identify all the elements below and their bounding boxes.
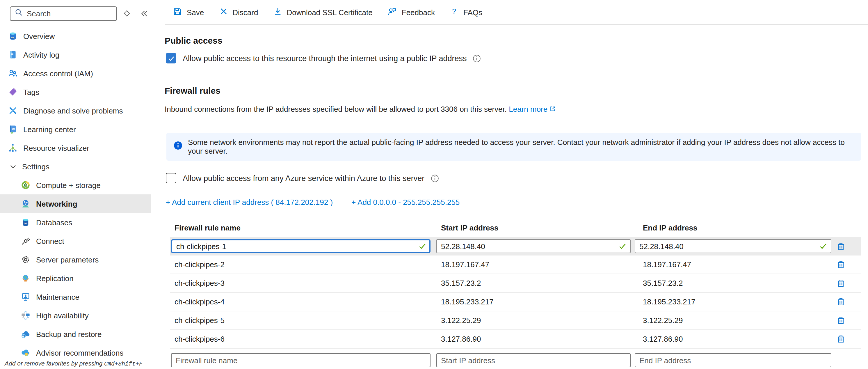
start-ip-input[interactable] xyxy=(436,239,631,253)
diamond-pin-icon[interactable] xyxy=(120,6,134,20)
search-icon xyxy=(14,8,23,19)
new-rule-row xyxy=(170,353,861,368)
sidebar-item-backup-restore[interactable]: Backup and restore xyxy=(0,325,151,343)
azure-services-checkbox-label: Allow public access from any Azure servi… xyxy=(183,174,425,182)
sidebar-item-label: Activity log xyxy=(23,50,59,59)
delete-rule-button[interactable] xyxy=(835,259,846,270)
sidebar-item-access-control[interactable]: Access control (IAM) xyxy=(0,64,151,83)
sidebar-group-settings[interactable]: Settings xyxy=(0,157,151,176)
sidebar-item-replication[interactable]: Replication xyxy=(0,269,151,287)
sidebar-item-label: Replication xyxy=(36,274,73,283)
svg-text:DB: DB xyxy=(24,222,27,225)
sidebar-item-label: Connect xyxy=(36,237,64,245)
save-icon xyxy=(173,7,182,18)
table-row-editing xyxy=(170,237,861,255)
question-mark-icon: ? xyxy=(450,7,459,18)
start-ip-cell: 18.195.233.217 xyxy=(432,298,632,306)
resource-menu: My Overview Activity log Access control … xyxy=(0,27,165,362)
svg-text:$: $ xyxy=(25,184,27,187)
sidebar-item-connect[interactable]: Connect xyxy=(0,232,151,250)
backup-restore-icon xyxy=(21,330,30,339)
collapse-sidebar-icon[interactable] xyxy=(137,6,151,20)
end-ip-cell: 35.157.23.2 xyxy=(632,279,833,287)
table-row: ch-clickpipes-3 35.157.23.2 35.157.23.2 xyxy=(170,274,861,293)
sidebar-search-bar xyxy=(0,0,165,27)
discard-button[interactable]: Discard xyxy=(212,0,266,25)
rule-name-input[interactable] xyxy=(171,239,431,253)
feedback-button[interactable]: Feedback xyxy=(380,0,442,25)
add-ip-links: + Add current client IP address ( 84.172… xyxy=(166,198,868,207)
firewall-rules-heading: Firewall rules xyxy=(165,86,868,95)
new-rule-name-input[interactable] xyxy=(171,353,431,367)
end-ip-cell: 3.122.25.29 xyxy=(632,316,833,325)
delete-rule-button[interactable] xyxy=(835,240,846,252)
download-ssl-certificate-button[interactable]: Download SSL Certificate xyxy=(266,0,380,25)
delete-rule-button[interactable] xyxy=(835,315,846,326)
sidebar-item-overview[interactable]: My Overview xyxy=(0,27,151,45)
new-start-ip-input[interactable] xyxy=(436,353,631,367)
sidebar-item-label: Server parameters xyxy=(36,255,99,264)
sidebar-item-label: Access control (IAM) xyxy=(23,69,93,78)
azure-networking-page: My Overview Activity log Access control … xyxy=(0,0,868,369)
sidebar-item-activity-log[interactable]: Activity log xyxy=(0,45,151,64)
start-ip-cell: 35.157.23.2 xyxy=(432,279,632,287)
faqs-button[interactable]: ? FAQs xyxy=(442,0,490,25)
activity-log-icon xyxy=(8,50,18,59)
rule-name-cell: ch-clickpipes-6 xyxy=(170,335,432,343)
svg-text:101: 101 xyxy=(12,128,15,130)
external-link-icon xyxy=(549,105,556,114)
delete-rule-button[interactable] xyxy=(835,333,846,345)
faqs-label: FAQs xyxy=(463,8,482,17)
add-all-ips-link[interactable]: + Add 0.0.0.0 - 255.255.255.255 xyxy=(351,198,460,207)
learning-center-icon: 101 xyxy=(8,125,18,134)
rule-name-cell: ch-clickpipes-5 xyxy=(170,316,432,325)
rule-name-cell: ch-clickpipes-3 xyxy=(170,279,432,287)
public-access-heading: Public access xyxy=(165,35,868,45)
info-icon[interactable] xyxy=(430,174,439,182)
table-row: ch-clickpipes-6 3.127.86.90 3.127.86.90 xyxy=(170,330,861,349)
end-ip-input[interactable] xyxy=(635,239,831,253)
search-box[interactable] xyxy=(10,6,117,21)
firewall-description: Inbound connections from the IP addresse… xyxy=(165,105,868,114)
info-banner: Some network environments may not report… xyxy=(166,133,861,161)
download-icon xyxy=(273,7,282,18)
sidebar-item-compute-storage[interactable]: $ Compute + storage xyxy=(0,176,151,194)
rule-name-input-wrap xyxy=(171,239,431,253)
sidebar-item-diagnose[interactable]: Diagnose and solve problems xyxy=(0,101,151,120)
public-access-checkbox-row: Allow public access to this resource thr… xyxy=(166,53,868,63)
sidebar-item-label: Learning center xyxy=(23,125,76,133)
info-filled-icon xyxy=(174,141,183,153)
column-header-rule-name: Firewall rule name xyxy=(170,223,432,232)
download-ssl-label: Download SSL Certificate xyxy=(286,8,372,17)
sidebar-item-label: Databases xyxy=(36,218,72,227)
delete-rule-button[interactable] xyxy=(835,277,846,289)
sidebar-item-databases[interactable]: DB Databases xyxy=(0,213,151,232)
networking-icon xyxy=(21,199,30,208)
maintenance-icon xyxy=(21,292,30,302)
sidebar-item-learning-center[interactable]: 101 Learning center xyxy=(0,120,151,139)
sidebar-item-high-availability[interactable]: High availability xyxy=(0,306,151,325)
feedback-icon xyxy=(388,7,397,18)
sidebar-item-label: Advisor recommendations xyxy=(36,348,124,357)
sidebar-item-resource-visualizer[interactable]: Resource visualizer xyxy=(0,139,151,157)
sidebar-item-advisor-recommendations[interactable]: Advisor recommendations xyxy=(0,343,151,362)
discard-label: Discard xyxy=(232,8,258,17)
add-current-client-ip-link[interactable]: + Add current client IP address ( 84.172… xyxy=(166,198,333,207)
public-access-checkbox[interactable] xyxy=(166,53,176,63)
sidebar-item-label: Diagnose and solve problems xyxy=(23,106,123,115)
new-end-ip-input[interactable] xyxy=(635,353,831,367)
sidebar-item-tags[interactable]: Tags xyxy=(0,83,151,101)
sidebar-item-networking[interactable]: Networking xyxy=(0,194,151,213)
save-button[interactable]: Save xyxy=(165,0,212,25)
learn-more-link[interactable]: Learn more xyxy=(509,105,548,114)
delete-rule-button[interactable] xyxy=(835,296,846,308)
azure-services-checkbox[interactable] xyxy=(166,173,176,183)
favorites-hint: Add or remove favorites by pressing Cmd+… xyxy=(5,360,143,367)
advisor-recommendations-icon xyxy=(21,348,30,357)
search-input[interactable] xyxy=(27,9,112,18)
firewall-rules-table: ch-clickpipes-2 18.197.167.47 18.197.167… xyxy=(170,237,868,368)
sidebar-item-maintenance[interactable]: Maintenance xyxy=(0,287,151,306)
info-icon[interactable] xyxy=(473,54,482,63)
chevron-down-icon xyxy=(9,163,17,170)
sidebar-item-server-parameters[interactable]: Server parameters xyxy=(0,250,151,269)
